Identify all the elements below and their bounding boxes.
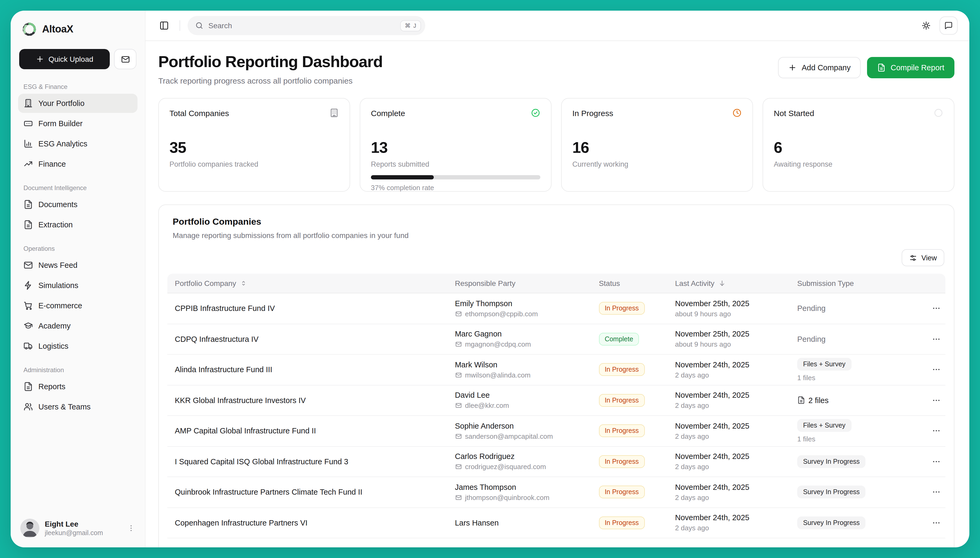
last-activity-relative: about 9 hours ago [675, 310, 782, 318]
contact-name: Carlos Rodriguez [455, 452, 584, 461]
theme-toggle-button[interactable] [918, 18, 934, 34]
arrow-down-icon[interactable] [718, 279, 726, 287]
company-name: Quinbrook Infrastructure Partners Climat… [167, 488, 447, 497]
search-input[interactable]: Search ⌘ J [188, 16, 425, 35]
quick-upload-button[interactable]: Quick Upload [19, 49, 110, 69]
row-menu-button[interactable] [932, 487, 941, 497]
company-name: CPPIB Infrastructure Fund IV [167, 304, 447, 313]
sidebar-nav: ESG & Finance Your Portfolio Form Builde… [18, 72, 137, 417]
sidebar-item-extraction[interactable]: Extraction [18, 215, 137, 234]
table-row[interactable]: AMP Capital Global Infrastructure Fund I… [167, 416, 945, 446]
stat-value: 13 [371, 139, 540, 156]
row-menu-button[interactable] [932, 304, 941, 313]
stat-sublabel: Awaiting response [774, 160, 943, 168]
status-badge: In Progress [599, 425, 644, 437]
company-name: Copenhagen Infrastructure Partners VI [167, 519, 447, 527]
last-activity-relative: 2 days ago [675, 432, 782, 440]
last-activity-relative: 2 days ago [675, 524, 782, 532]
contact-name: Sophie Anderson [455, 422, 584, 430]
grad-cap-icon [23, 321, 33, 331]
search-shortcut-badge: ⌘ J [400, 20, 421, 31]
mail-shortcut-button[interactable] [114, 49, 137, 69]
contact-name: David Lee [455, 391, 584, 400]
table-row[interactable]: Alinda Infrastructure Fund III Mark Wils… [167, 354, 945, 385]
row-menu-button[interactable] [932, 457, 941, 466]
table-row[interactable]: Quinbrook Infrastructure Partners Climat… [167, 477, 945, 508]
contact-name: Lars Hansen [455, 519, 584, 527]
last-activity-date: November 24th, 2025 [675, 422, 782, 430]
app-name: AltoaX [42, 23, 73, 35]
column-header: Status [599, 279, 620, 287]
user-row[interactable]: Eight Lee jleekun@gmail.com [18, 515, 137, 538]
sidebar-item-e-commerce[interactable]: E-commerce [18, 296, 137, 315]
section-title: Portfolio Companies [173, 217, 940, 227]
company-name: CDPQ Infraestructura IV [167, 335, 447, 343]
truck-icon [23, 341, 33, 351]
row-menu-button[interactable] [932, 396, 941, 405]
topbar: Search ⌘ J [145, 11, 969, 41]
compile-report-button[interactable]: Compile Report [867, 57, 955, 78]
chat-icon [944, 21, 953, 30]
user-menu-dots-icon[interactable] [127, 524, 135, 532]
sidebar-item-label: ESG Analytics [38, 140, 87, 148]
sidebar-toggle-button[interactable] [156, 18, 172, 34]
sun-icon [921, 21, 931, 30]
contact-email: jthompson@quinbrook.com [455, 494, 584, 502]
table-row[interactable]: Copenhagen Infrastructure Partners VI La… [167, 508, 945, 538]
sidebar-item-form-builder[interactable]: Form Builder [18, 114, 137, 133]
clock-icon [732, 108, 742, 118]
chart-column-icon [23, 139, 33, 149]
company-name: Alinda Infrastructure Fund III [167, 366, 447, 374]
sliders-icon [909, 254, 917, 262]
mail-icon [23, 260, 33, 270]
stat-sublabel: Portfolio companies tracked [170, 160, 339, 168]
status-badge: In Progress [599, 517, 644, 529]
view-button[interactable]: View [902, 249, 944, 266]
nav-section-label: ESG & Finance [23, 83, 132, 90]
row-menu-button[interactable] [932, 426, 941, 436]
sidebar-item-reports[interactable]: Reports [18, 377, 137, 396]
sidebar-item-documents[interactable]: Documents [18, 195, 137, 214]
sidebar-item-finance[interactable]: Finance [18, 154, 137, 174]
sidebar-item-academy[interactable]: Academy [18, 316, 137, 335]
row-menu-button[interactable] [932, 518, 941, 528]
stat-label: In Progress [572, 108, 613, 117]
row-menu-button[interactable] [932, 334, 941, 344]
sidebar-item-esg-analytics[interactable]: ESG Analytics [18, 134, 137, 153]
file-text-icon [23, 200, 33, 209]
mail-icon [121, 54, 130, 64]
stat-sublabel: Currently working [572, 160, 742, 168]
companies-table: Portfolio Company Responsible Party Stat… [167, 274, 945, 538]
stat-value: 35 [170, 139, 339, 156]
contact-email: mgagnon@cdpq.com [455, 340, 584, 348]
table-row[interactable]: KKR Global Infrastructure Investors IV D… [167, 385, 945, 416]
stat-label: Complete [371, 108, 405, 117]
table-row[interactable]: I Squared Capital ISQ Global Infrastruct… [167, 446, 945, 477]
sidebar-item-simulations[interactable]: Simulations [18, 276, 137, 295]
stat-value: 6 [774, 139, 943, 156]
sidebar-item-logistics[interactable]: Logistics [18, 336, 137, 356]
submission-type-badge: Survey In Progress [797, 517, 866, 529]
status-badge: In Progress [599, 363, 644, 376]
nav-section: Administration Reports Users & Teams [18, 366, 137, 416]
table-row[interactable]: CDPQ Infraestructura IV Marc Gagnon mgag… [167, 324, 945, 354]
chevrons-up-down-icon[interactable] [240, 279, 247, 287]
last-activity-relative: about 9 hours ago [675, 340, 782, 348]
table-header-row: Portfolio Company Responsible Party Stat… [167, 274, 945, 294]
row-menu-button[interactable] [932, 365, 941, 374]
add-company-button[interactable]: Add Company [778, 57, 861, 78]
search-placeholder: Search [208, 21, 396, 30]
page-subtitle: Track reporting progress across all port… [158, 76, 383, 85]
files-link[interactable]: 2 files [797, 396, 891, 405]
sidebar-item-label: Finance [38, 160, 66, 168]
last-activity-relative: 2 days ago [675, 371, 782, 379]
nav-section: Document Intelligence Documents Extracti… [18, 184, 137, 234]
sidebar-item-users-teams[interactable]: Users & Teams [18, 397, 137, 416]
chat-button[interactable] [939, 16, 958, 34]
sidebar-item-label: Users & Teams [38, 402, 91, 411]
sidebar-item-news-feed[interactable]: News Feed [18, 256, 137, 275]
column-header: Last Activity [675, 279, 715, 287]
stat-cards: Total Companies 35 Portfolio companies t… [158, 98, 954, 192]
table-row[interactable]: CPPIB Infrastructure Fund IV Emily Thomp… [167, 294, 945, 324]
sidebar-item-your-portfolio[interactable]: Your Portfolio [18, 94, 137, 113]
